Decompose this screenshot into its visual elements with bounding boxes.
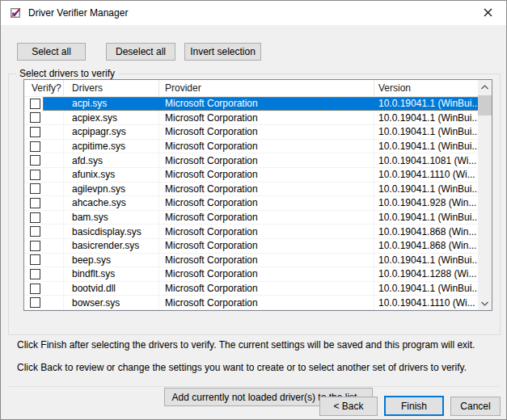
driver-provider: Microsoft Corporation — [159, 211, 374, 225]
select-drivers-group: Select drivers to verify Verify? Drivers… — [8, 74, 501, 335]
column-header-verify[interactable]: Verify? — [24, 80, 64, 96]
driver-version: 10.0.19041.1 (WinBui... — [374, 282, 480, 296]
verify-checkbox[interactable] — [30, 127, 40, 137]
driver-row[interactable]: beep.sys Microsoft Corporation 10.0.1904… — [24, 254, 478, 268]
driver-version: 10.0.19041.1 (WinBui... — [374, 97, 480, 111]
driver-provider: Microsoft Corporation — [159, 267, 374, 281]
driver-version: 10.0.19041.868 (Win... — [374, 239, 478, 253]
driver-row[interactable]: bowser.sys Microsoft Corporation 10.0.19… — [24, 296, 478, 310]
column-header-drivers[interactable]: Drivers — [64, 80, 159, 96]
driver-row[interactable]: acpitime.sys Microsoft Corporation 10.0.… — [24, 140, 478, 154]
driver-version: 10.0.19041.1 (WinBui... — [374, 140, 480, 153]
group-label: Select drivers to verify — [16, 68, 118, 79]
driver-verifier-manager-window: Driver Verifier Manager Select all Desel… — [0, 0, 507, 420]
drivers-listview: Verify? Drivers Provider Version acpi.sy… — [23, 79, 492, 311]
driver-name: bowser.sys — [64, 296, 159, 309]
verify-checkbox[interactable] — [30, 112, 40, 123]
back-button[interactable]: < Back — [319, 397, 378, 416]
driver-provider: Microsoft Corporation — [159, 125, 374, 139]
driver-version: 10.0.19041.1 (WinBui... — [374, 183, 480, 196]
driver-name: bindflt.sys — [64, 267, 159, 281]
verify-checkbox[interactable] — [30, 170, 40, 180]
driver-row[interactable]: afunix.sys Microsoft Corporation 10.0.19… — [24, 168, 478, 183]
driver-provider: Microsoft Corporation — [159, 254, 374, 267]
verify-checkbox[interactable] — [30, 254, 40, 265]
driver-provider: Microsoft Corporation — [159, 97, 374, 111]
deselect-all-button[interactable]: Deselect all — [106, 43, 175, 61]
driver-provider: Microsoft Corporation — [159, 153, 374, 167]
title-bar: Driver Verifier Manager — [1, 1, 506, 25]
driver-row[interactable]: basicdisplay.sys Microsoft Corporation 1… — [24, 225, 478, 239]
finish-button[interactable]: Finish — [384, 396, 444, 416]
driver-name: afunix.sys — [64, 168, 159, 182]
window-title: Driver Verifier Manager — [28, 7, 128, 19]
invert-selection-button[interactable]: Invert selection — [184, 43, 261, 61]
verify-checkbox[interactable] — [30, 141, 40, 152]
driver-provider: Microsoft Corporation — [159, 168, 374, 182]
driver-name: afd.sys — [64, 153, 159, 167]
driver-provider: Microsoft Corporation — [159, 239, 374, 253]
driver-row[interactable]: ahcache.sys Microsoft Corporation 10.0.1… — [24, 196, 478, 211]
verify-checkbox[interactable] — [30, 155, 40, 166]
verify-checkbox[interactable] — [30, 99, 40, 109]
driver-version: 10.0.19041.1081 (Wi... — [374, 153, 478, 167]
driver-name: basicrender.sys — [64, 239, 159, 253]
select-all-button[interactable]: Select all — [17, 43, 86, 61]
driver-provider: Microsoft Corporation — [159, 296, 374, 309]
driver-name: basicdisplay.sys — [64, 225, 159, 238]
driver-name: acpiex.sys — [64, 111, 159, 125]
cancel-button[interactable]: Cancel — [450, 397, 501, 416]
driver-version: 10.0.19041.868 (Win... — [374, 225, 478, 238]
driver-row[interactable]: bootvid.dll Microsoft Corporation 10.0.1… — [24, 282, 478, 296]
verify-checkbox[interactable] — [30, 212, 40, 223]
driver-row[interactable]: bam.sys Microsoft Corporation 10.0.19041… — [24, 211, 478, 225]
driver-version: 10.0.19041.1 (WinBui... — [374, 254, 480, 267]
vertical-scrollbar[interactable] — [478, 80, 492, 310]
verify-checkbox[interactable] — [30, 183, 40, 194]
driver-row[interactable]: bindflt.sys Microsoft Corporation 10.0.1… — [24, 267, 478, 282]
verify-checkbox[interactable] — [30, 198, 40, 208]
driver-provider: Microsoft Corporation — [159, 282, 374, 296]
driver-name: agilevpn.sys — [64, 183, 159, 196]
verify-checkbox[interactable] — [30, 226, 40, 237]
driver-provider: Microsoft Corporation — [159, 183, 374, 196]
driver-version: 10.0.19041.1 (WinBui... — [374, 125, 480, 139]
driver-version: 10.0.19041.1110 (Wi... — [374, 296, 478, 309]
driver-name: ahcache.sys — [64, 196, 159, 210]
driver-name: acpi.sys — [64, 97, 159, 111]
driver-name: acpitime.sys — [64, 140, 159, 153]
driver-version: 10.0.19041.1110 (Wi... — [374, 168, 478, 182]
driver-row[interactable]: acpipagr.sys Microsoft Corporation 10.0.… — [24, 125, 478, 140]
driver-row[interactable]: agilevpn.sys Microsoft Corporation 10.0.… — [24, 183, 478, 197]
driver-name: bam.sys — [64, 211, 159, 225]
scroll-down-icon[interactable] — [478, 296, 492, 310]
finish-instruction-text: Click Finish after selecting the drivers… — [17, 339, 475, 351]
scrollbar-thumb[interactable] — [478, 95, 492, 116]
driver-row[interactable]: acpi.sys Microsoft Corporation 10.0.1904… — [24, 97, 478, 111]
driver-provider: Microsoft Corporation — [159, 140, 374, 153]
column-header-version[interactable]: Version — [374, 80, 478, 96]
drivers-list-rows: acpi.sys Microsoft Corporation 10.0.1904… — [24, 97, 478, 310]
driver-provider: Microsoft Corporation — [159, 111, 374, 125]
list-header: Verify? Drivers Provider Version — [24, 80, 478, 97]
footer-separator — [9, 386, 499, 387]
driver-version: 10.0.19041.1288 (Wi... — [374, 267, 478, 281]
scroll-up-icon[interactable] — [478, 80, 492, 94]
close-button[interactable] — [470, 1, 506, 24]
verify-checkbox[interactable] — [30, 241, 40, 251]
driver-provider: Microsoft Corporation — [159, 196, 374, 210]
driver-row[interactable]: acpiex.sys Microsoft Corporation 10.0.19… — [24, 111, 478, 126]
driver-row[interactable]: afd.sys Microsoft Corporation 10.0.19041… — [24, 153, 478, 168]
back-instruction-text: Click Back to review or change the setti… — [17, 362, 467, 373]
verify-checkbox[interactable] — [30, 269, 40, 279]
driver-version: 10.0.19041.1 (WinBui... — [374, 211, 480, 225]
driver-verifier-app-icon — [10, 6, 23, 19]
verify-checkbox[interactable] — [30, 284, 40, 294]
driver-row[interactable]: basicrender.sys Microsoft Corporation 10… — [24, 239, 478, 254]
driver-name: acpipagr.sys — [64, 125, 159, 139]
verify-checkbox[interactable] — [30, 297, 40, 308]
driver-version: 10.0.19041.928 (Win... — [374, 196, 478, 210]
driver-name: beep.sys — [64, 254, 159, 267]
column-header-provider[interactable]: Provider — [159, 80, 374, 96]
driver-version: 10.0.19041.1 (WinBui... — [374, 111, 480, 125]
